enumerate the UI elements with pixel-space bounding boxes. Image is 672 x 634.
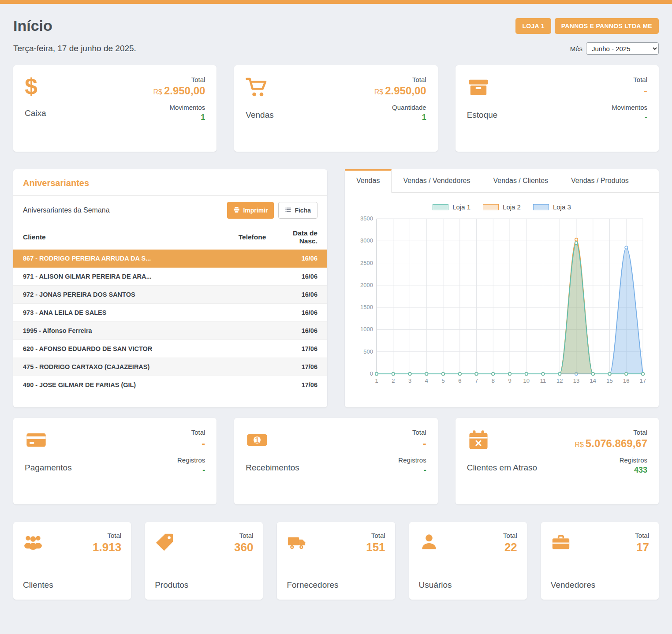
mini-card-title: Clientes <box>23 580 121 590</box>
birthday-row[interactable]: 971 - ALISON GILMAR PEREIRA DE ARA... 16… <box>13 268 327 286</box>
svg-text:13: 13 <box>573 377 579 384</box>
stat-main-value: R$2.950,00 <box>153 85 205 97</box>
svg-text:1500: 1500 <box>360 304 373 310</box>
stat-label: Quantidade <box>374 104 426 111</box>
mini-card-title: Produtos <box>155 580 253 590</box>
ficha-button-label: Ficha <box>295 207 311 214</box>
svg-text:2: 2 <box>392 377 395 384</box>
svg-text:15: 15 <box>606 377 612 384</box>
phone-cell <box>226 286 279 304</box>
svg-text:4: 4 <box>425 377 428 384</box>
legend-item: Loja 2 <box>483 203 521 211</box>
svg-text:500: 500 <box>363 348 373 355</box>
stat-card-title: Caixa <box>25 108 46 118</box>
svg-text:5: 5 <box>441 377 444 384</box>
phone-cell <box>226 250 279 268</box>
briefcase-icon <box>551 532 571 552</box>
stat-label: Registros <box>177 456 205 464</box>
tab-vendas[interactable]: Vendas <box>345 169 392 193</box>
client-cell: 973 - ANA LEILA DE SALES <box>13 304 226 322</box>
stat-label: Registros <box>398 456 426 464</box>
stat-sub-value: 433 <box>575 466 647 475</box>
phone-cell <box>226 322 279 340</box>
header-badge-2[interactable]: PANNOS E PANNOS LTDA ME <box>555 18 659 34</box>
client-cell: 867 - RODRIGO PEREIRA ARRUDA DA S... <box>13 250 226 268</box>
phone-cell <box>226 304 279 322</box>
mini-card-label: Total <box>93 532 121 539</box>
svg-text:1: 1 <box>375 377 378 384</box>
tab-vendas-vendedores[interactable]: Vendas / Vendedores <box>392 169 482 192</box>
mini-card-fornecedores: Total 151 Fornecedores <box>277 522 395 600</box>
birthdays-table: Cliente Telefone Data de Nasc. 867 - ROD… <box>13 225 327 394</box>
header-badge-1[interactable]: LOJA 1 <box>515 18 551 34</box>
stat-card-title: Clientes em Atraso <box>467 463 537 473</box>
mini-card-produtos: Total 360 Produtos <box>145 522 263 600</box>
tab-vendas-clientes[interactable]: Vendas / Clientes <box>482 169 560 192</box>
client-cell: 971 - ALISON GILMAR PEREIRA DE ARA... <box>13 268 226 286</box>
mini-card-title: Usuários <box>419 580 517 590</box>
svg-text:9: 9 <box>508 377 511 384</box>
date-cell: 16/06 <box>279 286 327 304</box>
page-title: Início <box>13 17 52 34</box>
stat-sub-value: 1 <box>153 113 205 122</box>
stat-sub-value: - <box>177 466 205 475</box>
legend-label: Loja 3 <box>553 203 571 211</box>
client-cell: 490 - JOSE GILMAR DE FARIAS (GIL) <box>13 376 226 394</box>
stat-label: Registros <box>575 456 647 464</box>
top-accent-bar <box>0 0 672 4</box>
legend-label: Loja 2 <box>503 203 521 211</box>
svg-text:7: 7 <box>475 377 478 384</box>
calendar-x-icon: ✕ <box>467 429 537 451</box>
stat-main-value: - <box>398 437 426 450</box>
birthday-row[interactable]: 973 - ANA LEILA DE SALES 16/06 <box>13 304 327 322</box>
legend-swatch <box>433 204 448 210</box>
list-icon <box>285 206 291 214</box>
banknote-icon: 1 <box>246 429 299 451</box>
stat-label: Total <box>177 429 205 436</box>
mini-card-value: 1.913 <box>93 541 121 554</box>
birthday-row[interactable]: 620 - AFONSO EDUARDO DE SAN VICTOR 17/06 <box>13 340 327 358</box>
stat-main-value: - <box>612 85 647 97</box>
header-badges: LOJA 1PANNOS E PANNOS LTDA ME <box>515 18 659 34</box>
birthday-row[interactable]: 867 - RODRIGO PEREIRA ARRUDA DA S... 16/… <box>13 250 327 268</box>
tab-vendas-produtos[interactable]: Vendas / Produtos <box>560 169 640 192</box>
date-text: Terça-feira, 17 de junho de 2025. <box>13 44 136 53</box>
truck-icon <box>287 532 307 552</box>
print-button-label: Imprimir <box>243 207 268 214</box>
stat-card-estoque: Estoque Total - Movimentos - <box>455 65 659 152</box>
stat-sub-value: - <box>398 466 426 475</box>
birthdays-subtitle: Aniversariantes da Semana <box>23 206 110 214</box>
person-icon <box>419 532 439 552</box>
mini-card-title: Vendedores <box>551 580 649 590</box>
phone-cell <box>226 376 279 394</box>
birthday-row[interactable]: 490 - JOSE GILMAR DE FARIAS (GIL) 17/06 <box>13 376 327 394</box>
mini-card-value: 22 <box>503 541 517 554</box>
legend-swatch <box>483 204 499 210</box>
credit-card-icon <box>25 429 72 451</box>
svg-text:10: 10 <box>523 377 530 384</box>
print-button[interactable]: Imprimir <box>227 202 274 219</box>
column-cliente: Cliente <box>13 225 226 250</box>
stat-card-title: Recebimentos <box>246 463 299 473</box>
birthday-row[interactable]: 475 - RODRIGO CARTAXO (CAJAZEIRAS) 17/06 <box>13 358 327 376</box>
svg-text:2500: 2500 <box>360 260 373 266</box>
mini-card-label: Total <box>635 532 649 539</box>
date-cell: 16/06 <box>279 250 327 268</box>
ficha-button[interactable]: Ficha <box>278 202 317 219</box>
svg-text:6: 6 <box>458 377 461 384</box>
mini-card-clientes: Total 1.913 Clientes <box>13 522 131 600</box>
birthday-row[interactable]: 972 - JONAS PEREIRA DOS SANTOS 16/06 <box>13 286 327 304</box>
chart-legend: Loja 1 Loja 2 Loja 3 <box>356 203 647 211</box>
stat-label: Movimentos <box>153 104 205 111</box>
client-cell: 620 - AFONSO EDUARDO DE SAN VICTOR <box>13 340 226 358</box>
sales-panel: VendasVendas / VendedoresVendas / Client… <box>345 169 659 407</box>
mini-card-title: Fornecedores <box>287 580 385 590</box>
month-select[interactable]: Junho - 2025 <box>586 42 659 55</box>
stat-card-vendas: Vendas Total R$2.950,00 Quantidade 1 <box>234 65 437 152</box>
dashboard-page: Início LOJA 1PANNOS E PANNOS LTDA ME Ter… <box>0 4 672 617</box>
phone-cell <box>226 268 279 286</box>
birthday-row[interactable]: 1995 - Alfonso Ferreira 16/06 <box>13 322 327 340</box>
svg-text:0: 0 <box>370 370 373 377</box>
stat-sub-value: - <box>612 113 647 122</box>
stat-label: Total <box>398 429 426 436</box>
